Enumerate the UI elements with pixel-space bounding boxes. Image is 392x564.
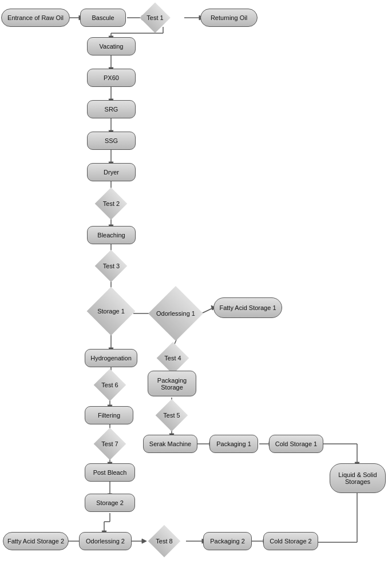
storage2-node: Storage 2 (85, 494, 135, 512)
filtering-node: Filtering (85, 406, 133, 424)
test6-diamond (94, 369, 126, 402)
test8-diamond-wrapper (141, 527, 188, 555)
srg-node: SRG (87, 100, 136, 118)
serak-machine-node: Serak Machine (143, 435, 197, 453)
test2-diamond (95, 188, 128, 220)
test6-diamond-wrapper (85, 371, 135, 399)
storage1-diamond (87, 287, 136, 336)
test4-diamond (157, 342, 189, 375)
packaging1-node: Packaging 1 (209, 435, 258, 453)
cold-storage2-node: Cold Storage 2 (263, 532, 318, 550)
liquid-solid-node: Liquid & Solid Storages (330, 463, 386, 493)
test7-diamond (94, 428, 126, 460)
packaging-storage-node: Packaging Storage (148, 371, 196, 396)
test1-diamond (140, 2, 171, 33)
storage1-diamond-wrapper (88, 288, 134, 335)
bleaching-node: Bleaching (87, 226, 136, 244)
post-bleach-node: Post Bleach (85, 463, 135, 482)
px60-node: PX60 (87, 69, 136, 87)
flowchart-diagram: Entrance of Raw Oil Bascule Test 1 Retur… (0, 0, 392, 564)
test3-diamond-wrapper (87, 252, 136, 280)
test5-diamond (156, 399, 188, 432)
test8-diamond (148, 525, 181, 558)
test2-diamond-wrapper (87, 190, 136, 217)
ssg-node: SSG (87, 132, 136, 150)
fatty-acid2-node: Fatty Acid Storage 2 (3, 532, 69, 550)
cold-storage1-node: Cold Storage 1 (269, 435, 323, 453)
returning-oil-node: Returning Oil (200, 9, 258, 27)
hydrogenation-node: Hydrogenation (85, 349, 137, 367)
test3-diamond (95, 250, 128, 283)
bascule-node: Bascule (80, 9, 126, 27)
odorlessing2-node: Odorlessing 2 (79, 532, 132, 550)
packaging2-node: Packaging 2 (203, 532, 252, 550)
entrance-node: Entrance of Raw Oil (1, 9, 70, 27)
odorlessing1-diamond-wrapper (150, 288, 201, 339)
dryer-node: Dryer (87, 163, 136, 181)
vacating-node: Vacating (87, 37, 136, 55)
test5-diamond-wrapper (146, 402, 197, 429)
svg-line-28 (201, 308, 213, 313)
test4-diamond-wrapper (149, 344, 196, 372)
test7-diamond-wrapper (85, 430, 135, 458)
fatty-acid1-node: Fatty Acid Storage 1 (213, 297, 282, 318)
test1-diamond-wrapper (142, 5, 168, 31)
odorlessing1-diamond (148, 286, 203, 341)
